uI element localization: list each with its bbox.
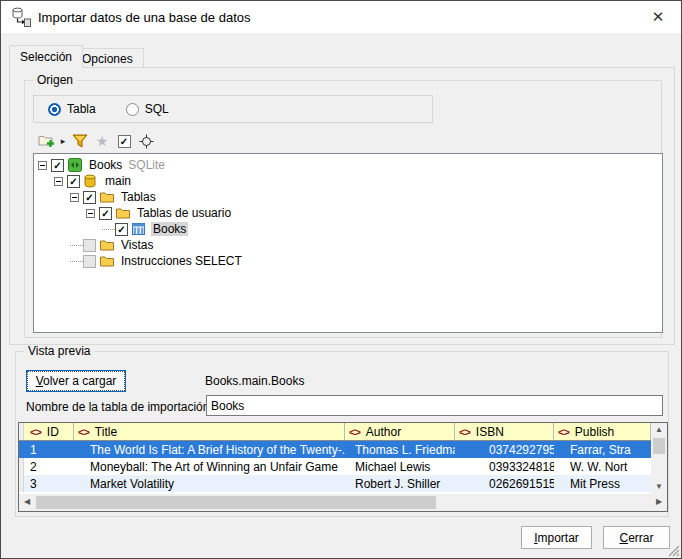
tree-connector <box>70 261 83 262</box>
close-button[interactable]: Cerrar <box>603 526 670 549</box>
horizontal-scrollbar[interactable]: ◀ ▶ <box>19 494 667 511</box>
source-type-radio-box: Tabla SQL <box>33 95 433 123</box>
collapse-icon[interactable] <box>70 193 79 202</box>
database-icon <box>84 174 99 188</box>
column-header-isbn[interactable]: <>ISBN <box>455 423 554 440</box>
dropdown-arrow-icon[interactable]: ▸ <box>57 131 69 151</box>
type-icon: <> <box>349 426 360 438</box>
radio-tabla[interactable]: Tabla <box>48 102 96 116</box>
import-table-name-label: Nombre de la tabla de importación: <box>26 400 213 414</box>
table-icon <box>132 222 147 236</box>
scroll-left-icon[interactable]: ◀ <box>19 495 35 510</box>
tree-label-books-table: Books <box>151 222 188 236</box>
table-row[interactable]: 1 The World Is Flat: A Brief History of … <box>19 441 651 458</box>
import-button[interactable]: Importar <box>521 526 592 549</box>
radio-sql[interactable]: SQL <box>126 102 169 116</box>
show-checked-only-icon[interactable]: ✓ <box>113 131 135 151</box>
import-database-dialog: Importar datos de una base de datos ✕ Se… <box>0 0 682 559</box>
scroll-down-icon[interactable]: ▼ <box>651 480 667 494</box>
sqlite-connection-icon <box>68 158 83 172</box>
tree-row-vistas[interactable]: Vistas <box>34 237 662 253</box>
import-table-name-input[interactable] <box>206 395 663 416</box>
column-header-title[interactable]: <>Title <box>74 423 345 440</box>
horizontal-scroll-thumb[interactable] <box>36 496 436 509</box>
folder-icon <box>100 238 115 252</box>
vertical-scroll-thumb[interactable] <box>653 438 665 454</box>
checkbox-checked-icon[interactable]: ✓ <box>51 159 64 172</box>
import-database-icon <box>10 6 32 28</box>
checkbox-unchecked-icon[interactable] <box>83 239 96 252</box>
scroll-up-icon[interactable]: ▲ <box>651 423 667 437</box>
tree-row-tablas-usuario[interactable]: ✓ Tablas de usuario <box>34 205 662 221</box>
tab-seleccion[interactable]: Selección <box>9 45 83 68</box>
column-header-publisher[interactable]: <>Publish <box>554 423 651 440</box>
vertical-scrollbar[interactable]: ▲ ▼ <box>651 423 667 494</box>
folder-icon <box>100 254 115 268</box>
tree-toolbar: ▸ ★ ✓ <box>35 131 157 151</box>
vista-previa-label: Vista previa <box>24 344 94 358</box>
tree-row-books-table[interactable]: ✓ Books <box>34 221 662 237</box>
column-header-author[interactable]: <>Author <box>345 423 455 440</box>
radio-sql-label: SQL <box>145 102 169 116</box>
scroll-right-icon[interactable]: ▶ <box>651 495 667 510</box>
resize-grip-icon[interactable] <box>667 544 680 557</box>
type-icon: <> <box>78 426 89 438</box>
tree-label-instrucciones-select: Instrucciones SELECT <box>119 254 244 268</box>
table-row[interactable]: 2 Moneyball: The Art of Winning an Unfai… <box>19 458 651 475</box>
locate-object-icon[interactable] <box>135 131 157 151</box>
tree-row-connection[interactable]: ✓ Books SQLite <box>34 157 662 173</box>
source-tree: ✓ Books SQLite ✓ <box>33 153 663 333</box>
table-row[interactable]: 3 Market Volatility Robert J. Shiller 02… <box>19 475 651 492</box>
column-header-id[interactable]: <>ID <box>24 423 74 440</box>
folder-icon <box>116 206 131 220</box>
origen-group: Origen Tabla SQL <box>24 80 662 338</box>
tree-label-main: main <box>103 174 133 188</box>
reload-button[interactable]: Volver a cargar <box>26 370 126 392</box>
favorites-star-icon[interactable]: ★ <box>91 131 113 151</box>
radio-unselected-icon <box>126 103 139 116</box>
type-icon: <> <box>30 426 41 438</box>
add-data-source-icon[interactable] <box>35 131 57 151</box>
tree-badge-sqlite: SQLite <box>128 158 165 172</box>
title-bar: Importar datos de una base de datos ✕ <box>1 1 681 33</box>
checkbox-checked-icon[interactable]: ✓ <box>99 207 112 220</box>
checkbox-unchecked-icon[interactable] <box>83 255 96 268</box>
collapse-icon[interactable] <box>54 177 63 186</box>
filter-icon[interactable] <box>69 131 91 151</box>
folder-icon <box>100 190 115 204</box>
tree-row-main[interactable]: ✓ main <box>34 173 662 189</box>
close-icon[interactable]: ✕ <box>635 1 681 33</box>
collapse-icon[interactable] <box>38 161 47 170</box>
selection-tab-panel: Origen Tabla SQL <box>9 67 675 345</box>
dialog-title: Importar datos de una base de datos <box>38 10 250 25</box>
table-path-text: Books.main.Books <box>205 374 304 388</box>
preview-grid: <>ID <>Title <>Author <>ISBN <>Publish 1 <box>18 422 668 512</box>
vista-previa-group: Vista previa Volver a cargar Books.main.… <box>15 351 669 517</box>
tree-label-books-db: Books <box>87 158 124 172</box>
checkbox-checked-icon[interactable]: ✓ <box>115 223 128 236</box>
tree-row-tablas[interactable]: ✓ Tablas <box>34 189 662 205</box>
checkbox-checked-icon[interactable]: ✓ <box>67 175 80 188</box>
radio-selected-icon <box>48 103 61 116</box>
tree-connector <box>70 245 83 246</box>
type-icon: <> <box>459 426 470 438</box>
tree-label-vistas: Vistas <box>119 238 155 252</box>
origen-group-label: Origen <box>33 73 77 87</box>
tree-connector <box>102 229 115 230</box>
checkbox-checked-icon[interactable]: ✓ <box>83 191 96 204</box>
tree-row-instrucciones[interactable]: Instrucciones SELECT <box>34 253 662 269</box>
type-icon: <> <box>558 426 569 438</box>
tree-label-tablas-de-usuario: Tablas de usuario <box>135 206 233 220</box>
tree-label-tablas: Tablas <box>119 190 158 204</box>
grid-header-row: <>ID <>Title <>Author <>ISBN <>Publish <box>19 423 651 441</box>
radio-tabla-label: Tabla <box>67 102 96 116</box>
collapse-icon[interactable] <box>86 209 95 218</box>
